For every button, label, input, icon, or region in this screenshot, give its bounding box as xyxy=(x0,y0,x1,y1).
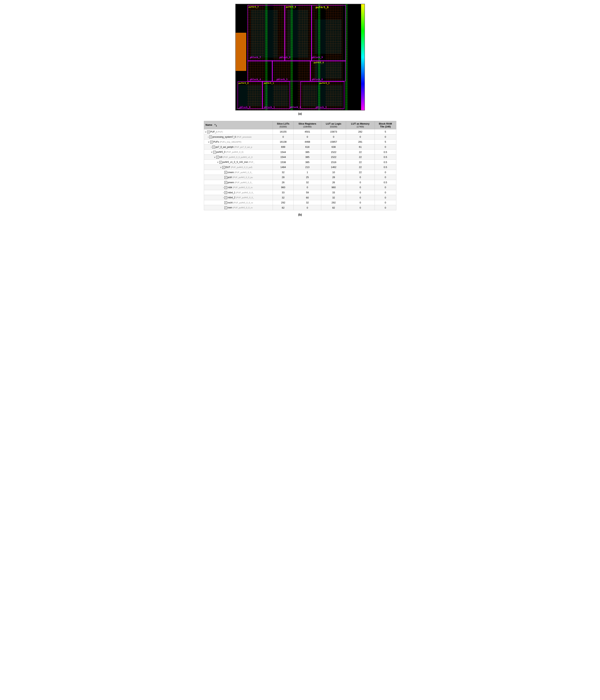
row-lal: 1462 xyxy=(321,165,346,170)
row-lam: 0 xyxy=(346,134,375,140)
row-slut: 0 xyxy=(273,134,294,140)
row-name-cell: ∨IDUT (PUF_puf4r5_0_0_puf) xyxy=(204,165,273,170)
row-sreg: 4501 xyxy=(293,129,321,134)
pblock-label-2: pblock_2 xyxy=(290,106,301,108)
resource-table: Name ^1 Slice LUTs(53200) Slice Register… xyxy=(204,121,396,210)
pblock-label-6: pblock_6 xyxy=(312,78,323,81)
row-name: puf4r5_0 xyxy=(216,151,225,153)
row-subname: (PUF_puf4r5_0_0_puf) xyxy=(231,166,253,168)
row-lam: 0 xyxy=(346,185,375,190)
row-lal: 1516 xyxy=(321,159,346,165)
row-slut: 32 xyxy=(273,195,294,200)
row-name: processing_system7_0 xyxy=(212,135,236,138)
row-sreg: 385 xyxy=(293,154,321,159)
row-lal: 26 xyxy=(321,180,346,185)
table-section: Name ^1 Slice LUTs(53200) Slice Register… xyxy=(204,121,396,210)
row-name: robxt_1 xyxy=(228,191,235,194)
row-name-cell: ›Irobxt_1 (PUF_puf4r5_0_0_ xyxy=(204,190,273,195)
row-sreg: 213 xyxy=(293,165,321,170)
expand-icon[interactable]: › xyxy=(208,136,209,138)
row-sreg: 59 xyxy=(293,190,321,195)
row-lam: 22 xyxy=(346,170,375,175)
row-lal: 638 xyxy=(321,144,346,150)
row-sreg: 25 xyxy=(293,175,321,180)
puf-label-9: puf4r5_9 xyxy=(316,6,329,9)
expand-icon[interactable]: › xyxy=(211,146,212,148)
collapse-icon[interactable]: ∨ xyxy=(208,141,209,143)
row-sreg: 0 xyxy=(293,205,321,210)
row-subname: (PUF_ps7_0_axi_p xyxy=(234,146,252,148)
row-name: PUF_i xyxy=(210,130,217,133)
pblock-label-0: pblock_0 xyxy=(240,106,250,108)
row-name-cell: ›Irobxt_2 (PUF_puf4r5_0_0_ xyxy=(204,195,273,200)
row-subname: (PUF_puf4r5_0_0_ xyxy=(236,196,254,199)
table-row: ›Iprocessing_system7_0 (PUF_processin000… xyxy=(204,134,396,140)
collapse-icon[interactable]: ∨ xyxy=(220,166,222,169)
module-icon: I xyxy=(207,131,210,133)
row-name: puf4r5_v1_0_S_AXI_inst xyxy=(222,161,248,164)
row-name: ps7_0_axi_periph xyxy=(216,146,234,148)
row-name: robxt_2 xyxy=(228,196,235,199)
col-header-lut-mem: LUT as Memory(17400) xyxy=(346,121,375,129)
row-lal: 15857 xyxy=(321,140,346,145)
row-lal: 82 xyxy=(321,205,346,210)
row-bram: 0 xyxy=(375,134,396,140)
module-icon: I xyxy=(224,176,227,179)
module-icon: I xyxy=(210,141,213,144)
expand-icon[interactable]: › xyxy=(223,196,224,199)
row-slut: 28 xyxy=(273,175,294,180)
col-header-block-ram: Block RAMTile (140) xyxy=(375,121,396,129)
puf-label-3: puf4r5_3 xyxy=(319,82,330,84)
collapse-icon[interactable]: ∨ xyxy=(217,161,219,164)
row-bram: 0 xyxy=(375,190,396,195)
row-lal: 33 xyxy=(321,190,346,195)
col-header-slice-regs: Slice Registers(106400) xyxy=(293,121,321,129)
caption-b: (b) xyxy=(204,213,396,216)
table-row: Icmem (PUF_puf4r5_0_0_32110220 xyxy=(204,170,396,175)
collapse-icon[interactable]: ∨ xyxy=(211,151,212,153)
row-subname: (PUF_puf4r5_0_0_ xyxy=(235,181,253,184)
row-name-cell: ›Iprocessing_system7_0 (PUF_processin xyxy=(204,134,273,140)
row-subname: (PUF_puf4r5_0_0_puf4r5_v1_0 xyxy=(223,156,253,158)
module-icon: I xyxy=(224,191,227,194)
row-lam: 22 xyxy=(346,165,375,170)
row-bram: 5 xyxy=(375,129,396,134)
module-icon: I xyxy=(224,186,227,189)
pblock-label-4: pblock_4 xyxy=(250,78,261,81)
row-name-cell: Icmem (PUF_puf4r5_0_0_ xyxy=(204,170,273,175)
row-bram: 5 xyxy=(375,140,396,145)
row-name-cell: Ipmem (PUF_puf4r5_0_0_ xyxy=(204,180,273,185)
row-lam: 281 xyxy=(346,140,375,145)
row-bram: 0.5 xyxy=(375,159,396,165)
row-lam: 0 xyxy=(346,205,375,210)
row-lam: 22 xyxy=(346,154,375,159)
puf-label-1: puf4r5_1 xyxy=(264,82,274,84)
row-lal: 10 xyxy=(321,170,346,175)
row-name-cell: ∨puf4r5_0 (PUF_puf4r5_0_0) xyxy=(204,150,273,155)
expand-icon[interactable]: › xyxy=(223,192,224,194)
row-lal: 1522 xyxy=(321,154,346,159)
row-bram: 0.5 xyxy=(375,180,396,185)
row-lal: 0 xyxy=(321,134,346,140)
diagram-section: puf4r5_7 puf4r5_8 puf4r5_9 pblock_7 pblo… xyxy=(204,4,396,119)
row-lam: 61 xyxy=(346,144,375,150)
row-lam: 282 xyxy=(346,129,375,134)
row-lal: 292 xyxy=(321,200,346,205)
row-name: U0 xyxy=(219,156,222,158)
row-lal: 960 xyxy=(321,185,346,190)
table-row: Irochl (PUF_puf4r5_0_0_ro2923229200 xyxy=(204,200,396,205)
row-subname: (PUF_puf4r5_0_0_ro xyxy=(233,202,253,204)
col-header-lut-logic: LUT as Logic(53200) xyxy=(321,121,346,129)
row-slut: 699 xyxy=(273,144,294,150)
ps-block xyxy=(236,33,246,71)
table-row: ›Irobxt_1 (PUF_puf4r5_0_0_33593300 xyxy=(204,190,396,195)
puf-label-7: puf4r5_7 xyxy=(249,6,259,8)
row-slut: 33 xyxy=(273,190,294,195)
expand-icon[interactable]: › xyxy=(223,186,224,189)
table-row: Iroen (PUF_puf4r5_0_0_ro8208200 xyxy=(204,205,396,210)
row-slut: 1538 xyxy=(273,159,294,165)
collapse-icon[interactable]: ∨ xyxy=(214,156,216,158)
collapse-icon[interactable]: ∨ xyxy=(205,131,206,133)
module-icon: I xyxy=(209,135,212,138)
row-bram: 0.5 xyxy=(375,150,396,155)
